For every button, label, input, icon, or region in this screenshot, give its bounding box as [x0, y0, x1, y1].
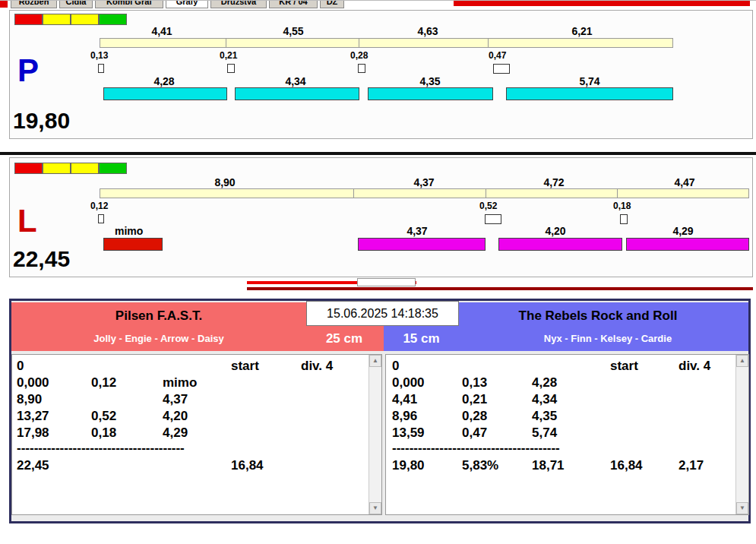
- segment-time: 4,41: [139, 25, 185, 37]
- left-results-scrollbar[interactable]: ▲ ▼: [369, 355, 381, 514]
- segment-time: 4,55: [270, 25, 316, 37]
- segment-divider: [353, 189, 354, 198]
- light-yellow-icon: [71, 14, 99, 25]
- crossing-marker: [98, 64, 104, 73]
- run-time: 4,34: [273, 75, 318, 87]
- crossing-marker: [98, 214, 104, 223]
- run-time: 4,28: [141, 75, 187, 87]
- result-cell: start: [610, 359, 638, 374]
- segment-divider: [488, 39, 489, 47]
- crossing-time: 0,47: [489, 50, 506, 61]
- result-cell: start: [231, 359, 259, 374]
- run-bar: [368, 87, 493, 100]
- crossing-time: 0,21: [220, 50, 237, 61]
- scroll-up-icon[interactable]: ▲: [736, 355, 748, 367]
- crossing-marker: [493, 64, 510, 74]
- segment-divider: [226, 39, 226, 47]
- lane-l-total: 22,45: [13, 248, 70, 270]
- result-cell: 4,41: [392, 392, 417, 407]
- light-green-icon: [99, 14, 127, 25]
- tab-rozbeh[interactable]: Rozběh: [11, 1, 57, 8]
- crossing-marker: [620, 214, 628, 224]
- team-left-dogs: Jolly - Engie - Arrow - Daisy: [11, 333, 306, 344]
- team-left-name: Pilsen F.A.S.T.: [11, 308, 306, 324]
- app-window: Rozběh Čidla Kombi Graf Grafy Družstva K…: [0, 0, 756, 544]
- result-cell: 8,90: [17, 392, 42, 407]
- team-right-results: 0 start div. 4 0,000 0,13 4,28 4,41 0,21…: [385, 354, 749, 515]
- scroll-up-icon[interactable]: ▲: [369, 355, 381, 367]
- tab-kombi-graf[interactable]: Kombi Graf: [95, 1, 163, 8]
- tab-grafy[interactable]: Grafy: [166, 1, 208, 8]
- segment-time: 8,90: [202, 176, 248, 188]
- progress-marker-box: [357, 278, 416, 286]
- run-bar: [235, 87, 359, 100]
- team-left-jump-height: 25 cm: [310, 331, 378, 346]
- crossing-time: 0,18: [613, 201, 631, 211]
- result-cell: 17,98: [17, 425, 49, 441]
- result-cell: 0,000: [17, 375, 49, 391]
- crossing-time: 0,12: [90, 201, 108, 211]
- team-right-name: The Rebels Rock and Roll: [448, 308, 748, 324]
- result-total: 19,80: [392, 458, 425, 473]
- window-corner-red: [0, 1, 8, 8]
- run-bar: [626, 238, 749, 251]
- light-green-icon: [99, 163, 127, 174]
- crossing-time: 0,13: [90, 50, 108, 61]
- run-bar: [506, 87, 673, 100]
- datetime-display: 15.06.2025 14:18:35: [306, 301, 459, 326]
- tab-druzstva[interactable]: Družstva: [210, 1, 267, 8]
- result-cell: 0,18: [91, 425, 116, 441]
- crossing-marker: [358, 64, 365, 73]
- team-right-dogs: Nyx - Finn - Kelsey - Cardie: [460, 333, 756, 344]
- segment-time: 4,63: [405, 25, 451, 37]
- result-cell: 0: [17, 359, 24, 374]
- segment-time: 4,47: [662, 176, 707, 188]
- run-time: 4,35: [407, 75, 453, 87]
- result-cell: 4,34: [532, 392, 557, 407]
- result-cell: mimo: [163, 375, 197, 391]
- panel-divider: [0, 152, 756, 155]
- segment-divider: [359, 39, 359, 47]
- segment-timeline: [100, 38, 673, 48]
- light-red-icon: [14, 14, 43, 25]
- fault-label: mimo: [115, 225, 143, 237]
- run-time: 4,29: [660, 225, 706, 237]
- scroll-down-icon[interactable]: ▼: [736, 502, 748, 514]
- run-time: 4,20: [533, 225, 578, 237]
- segment-divider: [486, 189, 486, 198]
- run-bar: [103, 87, 227, 100]
- result-cell: 13,59: [392, 425, 425, 441]
- segment-time: 4,37: [401, 176, 447, 188]
- result-cell: 13,27: [17, 409, 49, 424]
- team-right-jump-height: 15 cm: [389, 331, 454, 346]
- scroll-down-icon[interactable]: ▼: [369, 502, 381, 514]
- result-total: 16,84: [231, 458, 264, 473]
- tab-kr-04[interactable]: KR / 04: [269, 1, 318, 8]
- result-total: 2,17: [679, 458, 704, 473]
- result-cell: 4,37: [163, 392, 188, 407]
- result-total: 22,45: [17, 458, 49, 473]
- tab-bar: Rozběh Čidla Kombi Graf Grafy Družstva K…: [9, 1, 404, 8]
- light-yellow-icon: [43, 163, 71, 174]
- fault-bar: [103, 238, 163, 251]
- segment-timeline: [100, 188, 749, 198]
- tab-cidla[interactable]: Čidla: [59, 1, 93, 8]
- result-cell: 0,13: [462, 375, 487, 391]
- right-results-scrollbar[interactable]: ▲ ▼: [735, 355, 748, 514]
- result-total: 18,71: [532, 458, 565, 473]
- light-red-icon: [14, 163, 43, 174]
- crossing-time: 0,52: [479, 201, 497, 211]
- tab-dz[interactable]: DŽ: [320, 1, 344, 8]
- lane-p-letter: P: [17, 55, 39, 87]
- scoreboard: Pilsen F.A.S.T. Jolly - Engie - Arrow - …: [9, 299, 751, 523]
- result-cell: 4,29: [163, 425, 188, 441]
- result-cell: 0: [392, 359, 399, 374]
- run-bar: [358, 238, 486, 251]
- run-time: 5,74: [567, 75, 612, 87]
- run-bar: [498, 238, 622, 251]
- result-cell: 4,28: [532, 375, 557, 391]
- lane-l-letter: L: [17, 205, 37, 237]
- result-total: 5,83%: [462, 458, 498, 473]
- result-total: 16,84: [610, 458, 643, 473]
- result-cell: div. 4: [679, 359, 710, 374]
